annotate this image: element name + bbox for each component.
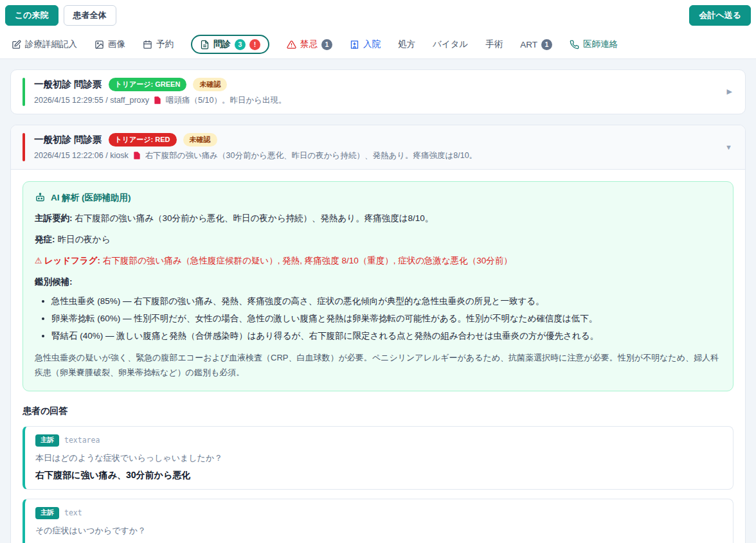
triage-badge: トリアージ: RED <box>109 133 177 147</box>
tab-label: 問診 <box>213 39 231 50</box>
card-title-row: 一般初診 問診票 トリアージ: GREEN 未確認 <box>34 78 717 91</box>
answer-badge-row: 主訴 textarea <box>35 434 723 447</box>
tab-label: 手術 <box>485 39 503 50</box>
collapse-chevron-icon[interactable]: ▼ <box>724 143 734 151</box>
differential-item: 腎結石 (40%) — 激しい腹痛と発熱（合併感染時）はあり得るが、右下腹部に限… <box>51 330 721 343</box>
answer-card: 主訴 textarea 本日はどのような症状でいらっしゃいましたか？ 右下腹部に… <box>22 426 734 490</box>
hospital-icon <box>350 40 359 49</box>
tab-contraindications[interactable]: 禁忌 1 <box>287 39 332 50</box>
card-meta-row: 2026/4/15 12:29:55 / staff_proxy 咽頭痛（5/1… <box>34 95 717 106</box>
unconfirmed-badge: 未確認 <box>193 78 227 91</box>
tab-doctor-contact[interactable]: 医師連絡 <box>570 39 618 50</box>
ai-differential-heading: 鑑別候補: <box>35 276 721 289</box>
ai-chief-complaint: 主訴要約:右下腹部の強い痛み（30分前から悪化、昨日の夜から持続）、発熱あり。疼… <box>35 212 721 225</box>
answer-text: 右下腹部に強い痛み、30分前から悪化 <box>35 470 723 481</box>
card-summary: 咽頭痛（5/10）。昨日から出現。 <box>166 95 286 106</box>
main-content: 一般初診 問診票 トリアージ: GREEN 未確認 2026/4/15 12:2… <box>0 59 756 543</box>
tab-vitals[interactable]: バイタル <box>433 39 468 50</box>
tab-label: 予約 <box>156 39 174 50</box>
tab-images[interactable]: 画像 <box>94 39 125 50</box>
category-badge: 主訴 <box>35 434 59 447</box>
question-type-label: text <box>64 508 82 517</box>
ai-redflag-text: 右下腹部の強い痛み（急性腹症候群の疑い）, 発熱, 疼痛強度 8/10（重度）,… <box>103 256 512 265</box>
edit-icon <box>12 40 21 49</box>
card-summary: 右下腹部の強い痛み（30分前から悪化、昨日の夜から持続）、発熱あり。疼痛強度は8… <box>145 150 477 161</box>
patient-overall-button[interactable]: 患者全体 <box>64 5 116 26</box>
warning-icon <box>287 40 296 49</box>
image-icon <box>94 40 104 49</box>
topbar-left-group: この来院 患者全体 <box>5 5 116 26</box>
question-text: 本日はどのような症状でいらっしゃいましたか？ <box>35 452 723 464</box>
patient-answers-heading: 患者の回答 <box>22 405 734 417</box>
ai-recommendation-note: 急性虫垂炎の疑いが強く、緊急の腹部エコーおよび血液検査（CRP、白血球数）が必要… <box>35 351 721 380</box>
questionnaire-card-red-header[interactable]: 一般初診 問診票 トリアージ: RED 未確認 2026/4/15 12:22:… <box>11 125 745 169</box>
ai-panel-title: AI 解析 (医師補助用) <box>51 192 131 204</box>
tab-label: ART <box>520 40 537 49</box>
card-header-main: 一般初診 問診票 トリアージ: RED 未確認 2026/4/15 12:22:… <box>34 133 715 161</box>
send-to-billing-button[interactable]: 会計へ送る <box>689 5 751 26</box>
card-title-row: 一般初診 問診票 トリアージ: RED 未確認 <box>34 133 715 147</box>
answer-badge-row: 主訴 text <box>35 507 723 519</box>
art-count-badge: 1 <box>541 39 552 50</box>
differential-item: 急性虫垂炎 (85%) — 右下腹部の強い痛み、発熱、疼痛強度の高さ、症状の悪化… <box>51 295 721 308</box>
unconfirmed-badge: 未確認 <box>183 133 217 147</box>
expand-chevron-icon[interactable]: ▶ <box>726 87 734 96</box>
tab-label: 診療詳細記入 <box>25 39 77 50</box>
ai-panel-title-row: AI 解析 (医師補助用) <box>35 192 721 204</box>
topbar: この来院 患者全体 会計へ送る <box>0 0 756 31</box>
tab-prescription[interactable]: 処方 <box>398 39 415 50</box>
card-header-main: 一般初診 問診票 トリアージ: GREEN 未確認 2026/4/15 12:2… <box>34 78 717 106</box>
contraindication-count-badge: 1 <box>321 39 332 50</box>
ai-redflag: ⚠レッドフラグ:右下腹部の強い痛み（急性腹症候群の疑い）, 発熱, 疼痛強度 8… <box>35 254 721 267</box>
ai-analysis-panel: AI 解析 (医師補助用) 主訴要約:右下腹部の強い痛み（30分前から悪化、昨日… <box>22 181 734 391</box>
question-type-label: textarea <box>64 436 100 445</box>
tab-clinical-detail[interactable]: 診療詳細記入 <box>12 39 77 50</box>
differential-item: 卵巣蒂捻転 (60%) — 性別不明だが、女性の場合、急性の激しい腹痛と発熱は卵… <box>51 312 721 325</box>
tab-label: 禁忌 <box>300 39 318 50</box>
question-text: その症状はいつからですか？ <box>35 525 723 537</box>
answer-card: 主訴 text その症状はいつからですか？ 昨日の夜から <box>22 499 734 543</box>
tab-label: バイタル <box>433 39 468 50</box>
triage-accent-bar-green <box>22 78 25 106</box>
ai-onset-text: 昨日の夜から <box>58 235 111 244</box>
card-meta: 2026/4/15 12:29:55 / staff_proxy <box>34 96 149 105</box>
robot-icon <box>35 192 46 203</box>
ai-chief-text: 右下腹部の強い痛み（30分前から悪化、昨日の夜から持続）、発熱あり。疼痛強度は8… <box>75 213 434 223</box>
card-title: 一般初診 問診票 <box>34 78 102 91</box>
card-meta-row: 2026/4/15 12:22:06 / kiosk 右下腹部の強い痛み（30分… <box>34 150 715 161</box>
questionnaire-card-green: 一般初診 問診票 トリアージ: GREEN 未確認 2026/4/15 12:2… <box>10 69 746 114</box>
tab-admission[interactable]: 入院 <box>350 39 381 50</box>
tab-label: 入院 <box>363 39 381 50</box>
triage-badge: トリアージ: GREEN <box>109 78 187 91</box>
interview-alert-badge: ! <box>249 39 260 50</box>
memo-icon <box>132 151 141 160</box>
card-title: 一般初診 問診票 <box>34 134 102 146</box>
phone-icon <box>570 40 579 49</box>
this-visit-button[interactable]: この来院 <box>5 5 59 26</box>
tabbar: 診療詳細記入 画像 予約 問診 3 ! 禁忌 1 入院 処方 バイタル 手術 A… <box>0 31 756 59</box>
calendar-icon <box>143 40 152 49</box>
warning-triangle-icon: ⚠ <box>35 256 42 265</box>
memo-icon <box>153 96 162 105</box>
ai-redflag-label: レッドフラグ: <box>44 256 100 265</box>
interview-count-badge: 3 <box>235 39 246 50</box>
tab-interview[interactable]: 問診 3 ! <box>191 35 269 54</box>
ai-differential-list: 急性虫垂炎 (85%) — 右下腹部の強い痛み、発熱、疼痛強度の高さ、症状の悪化… <box>40 295 721 343</box>
card-meta: 2026/4/15 12:22:06 / kiosk <box>34 151 129 160</box>
questionnaire-card-red-body: AI 解析 (医師補助用) 主訴要約:右下腹部の強い痛み（30分前から悪化、昨日… <box>11 169 745 543</box>
ai-onset: 発症:昨日の夜から <box>35 233 721 246</box>
tab-label: 処方 <box>398 39 415 50</box>
ai-onset-label: 発症: <box>35 235 55 244</box>
tab-label: 医師連絡 <box>583 39 618 50</box>
tab-appointments[interactable]: 予約 <box>143 39 174 50</box>
tab-surgery[interactable]: 手術 <box>485 39 503 50</box>
tab-label: 画像 <box>108 39 125 50</box>
triage-accent-bar-red <box>22 133 25 161</box>
category-badge: 主訴 <box>35 507 59 519</box>
questionnaire-card-red: 一般初診 問診票 トリアージ: RED 未確認 2026/4/15 12:22:… <box>10 125 746 543</box>
document-icon <box>200 40 210 49</box>
ai-chief-label: 主訴要約: <box>35 213 73 223</box>
tab-art[interactable]: ART 1 <box>520 39 552 50</box>
questionnaire-card-green-header[interactable]: 一般初診 問診票 トリアージ: GREEN 未確認 2026/4/15 12:2… <box>11 70 745 114</box>
